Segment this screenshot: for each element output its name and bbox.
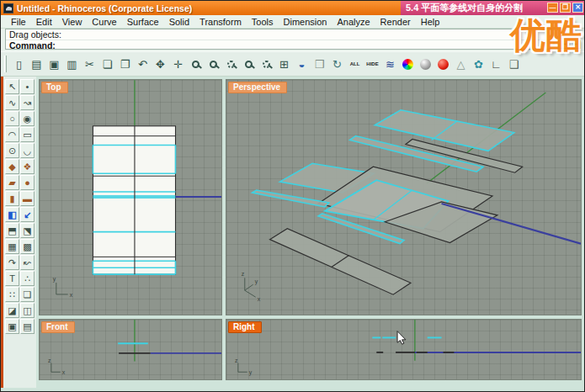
- viewport-layout-icon[interactable]: ⊞: [275, 55, 293, 73]
- named-view-tool-icon[interactable]: ◫: [20, 303, 35, 318]
- zoom-window-icon[interactable]: [205, 55, 222, 73]
- menu-transform[interactable]: Transform: [194, 17, 247, 27]
- open-file-icon[interactable]: ▤: [28, 55, 45, 73]
- plane-surface-tool-icon[interactable]: ◧: [5, 207, 19, 222]
- color-wheel-icon[interactable]: [399, 55, 417, 73]
- magnifier-glyph: [263, 61, 270, 68]
- window-controls: — ❐ ✕: [547, 3, 583, 13]
- surface-loft-tool-icon[interactable]: ⬔: [20, 223, 35, 238]
- mouse-cursor: [397, 331, 406, 345]
- zoom-extents-icon[interactable]: [240, 55, 258, 73]
- close-button[interactable]: ✕: [572, 3, 583, 13]
- menu-render[interactable]: Render: [375, 17, 416, 27]
- zoom-icon[interactable]: [187, 55, 205, 73]
- layer-tool-tool-icon[interactable]: ▤: [20, 319, 35, 334]
- cplane-arrow-tool-icon[interactable]: ↙: [20, 207, 35, 222]
- menu-view[interactable]: View: [57, 17, 88, 27]
- point-grid-tool-icon[interactable]: ∴: [20, 271, 35, 286]
- standard-toolbar: ▯▤▣▥✂❏❐↶✥✛⊞◒❒↻ALLHIDE≋△✿∟❑: [1, 51, 584, 77]
- undo-icon[interactable]: ↶: [134, 55, 152, 73]
- cylinder-tool-icon[interactable]: ▮: [5, 191, 19, 206]
- exploded-surfaces[interactable]: [253, 110, 523, 294]
- viewport-front[interactable]: Front z x: [39, 319, 222, 380]
- surface-selected: [253, 190, 329, 207]
- command-scroll-left[interactable]: ◂: [560, 40, 570, 49]
- render-preview-icon[interactable]: [434, 55, 452, 73]
- menu-tools[interactable]: Tools: [247, 17, 279, 27]
- split-plane-top-view[interactable]: [93, 126, 175, 274]
- svg-text:z: z: [48, 358, 51, 363]
- text-tool-icon[interactable]: T: [5, 271, 19, 286]
- block-tool-icon[interactable]: ▣: [5, 319, 19, 334]
- shade-view-icon[interactable]: ❒: [311, 55, 328, 73]
- circle-diameter-tool-icon[interactable]: ◉: [20, 111, 35, 126]
- curvature-analysis-icon[interactable]: ✿: [470, 55, 487, 73]
- viewport-top-label[interactable]: Top: [41, 82, 68, 93]
- minimize-button[interactable]: —: [547, 3, 558, 13]
- cut-icon[interactable]: ✂: [81, 55, 98, 73]
- zoom-all-icon[interactable]: ALL: [346, 55, 364, 73]
- hide-objects-icon[interactable]: HIDE: [364, 55, 381, 73]
- rectangle-tool-icon[interactable]: ▭: [20, 127, 35, 142]
- layers-icon[interactable]: ≋: [381, 55, 399, 73]
- save-file-icon[interactable]: ▣: [45, 55, 63, 73]
- command-scroll-right[interactable]: ▸: [571, 40, 581, 49]
- menu-file[interactable]: File: [6, 17, 31, 27]
- zoom-dynamic-icon[interactable]: [222, 55, 240, 73]
- rotate-view-icon[interactable]: ↻: [328, 55, 346, 73]
- solid-box-tool-icon[interactable]: ▰: [5, 175, 19, 190]
- control-point-curve-tool-icon[interactable]: ∿: [5, 95, 19, 110]
- arc-start-end-tool-icon[interactable]: ◡: [20, 143, 35, 158]
- point-tool-icon[interactable]: •: [20, 79, 35, 94]
- menu-curve[interactable]: Curve: [87, 17, 121, 27]
- paste-icon[interactable]: ❐: [116, 55, 134, 73]
- set-view-icon[interactable]: ◒: [293, 55, 311, 73]
- move-icon[interactable]: ✛: [169, 55, 187, 73]
- copy-icon[interactable]: ❏: [98, 55, 116, 73]
- pyramid-tool-icon[interactable]: ❖: [20, 159, 35, 174]
- toolbar-grip[interactable]: [4, 56, 7, 72]
- render-icon[interactable]: [417, 55, 434, 73]
- viewport-perspective[interactable]: Perspective: [226, 79, 582, 315]
- box-tool-icon[interactable]: ◆: [5, 159, 19, 174]
- command-input[interactable]: [58, 40, 551, 50]
- menu-solid[interactable]: Solid: [164, 17, 194, 27]
- mesh-tool-icon[interactable]: ▦: [5, 239, 19, 254]
- menu-dimension[interactable]: Dimension: [279, 17, 332, 27]
- sphere-tool-icon[interactable]: ●: [20, 175, 35, 190]
- surface-3pt-tool-icon[interactable]: ⬒: [5, 223, 19, 238]
- circle-tool-icon[interactable]: ○: [5, 111, 19, 126]
- help-icon[interactable]: ❑: [505, 55, 523, 73]
- leader-dimension-icon[interactable]: ∟: [487, 55, 505, 73]
- pan-icon[interactable]: ✥: [152, 55, 169, 73]
- print-icon[interactable]: ▥: [63, 55, 81, 73]
- ellipse-tool-icon[interactable]: ⊙: [5, 143, 19, 158]
- menu-analyze[interactable]: Analyze: [332, 17, 375, 27]
- array-tool-icon[interactable]: ∷: [5, 287, 19, 302]
- command-spinner[interactable]: ↕: [549, 40, 559, 49]
- shade-tool-tool-icon[interactable]: ◪: [5, 303, 19, 318]
- new-file-icon[interactable]: ▯: [10, 55, 28, 73]
- interpolate-curve-tool-icon[interactable]: ↝: [20, 95, 35, 110]
- page-layout-tool-icon[interactable]: ❏: [20, 287, 35, 302]
- svg-text:y: y: [255, 278, 258, 285]
- maximize-button[interactable]: ❐: [560, 3, 571, 13]
- color-wheel-glyph: [402, 59, 413, 70]
- viewport-front-label[interactable]: Front: [41, 321, 75, 333]
- fillet-curve-tool-icon[interactable]: ↷: [5, 255, 19, 270]
- arc-tool-icon[interactable]: ◠: [5, 127, 19, 142]
- extrude-solid-tool-icon[interactable]: ▬: [20, 191, 35, 206]
- viewport-top[interactable]: Top: [39, 79, 222, 315]
- axis-indicator: z y x: [242, 271, 261, 302]
- menu-edit[interactable]: Edit: [31, 17, 57, 27]
- viewport-right[interactable]: Right z y: [226, 319, 582, 380]
- hatch-tool-icon[interactable]: ▩: [20, 239, 35, 254]
- menu-help[interactable]: Help: [416, 17, 445, 27]
- viewport-right-label[interactable]: Right: [228, 321, 262, 333]
- viewport-perspective-label[interactable]: Perspective: [228, 82, 287, 93]
- cone-icon[interactable]: △: [452, 55, 470, 73]
- menu-surface[interactable]: Surface: [122, 17, 164, 27]
- select-tool-icon[interactable]: ↖: [5, 79, 19, 94]
- blend-curve-tool-icon[interactable]: ↜: [20, 255, 35, 270]
- zoom-extents-all-icon[interactable]: [258, 55, 275, 73]
